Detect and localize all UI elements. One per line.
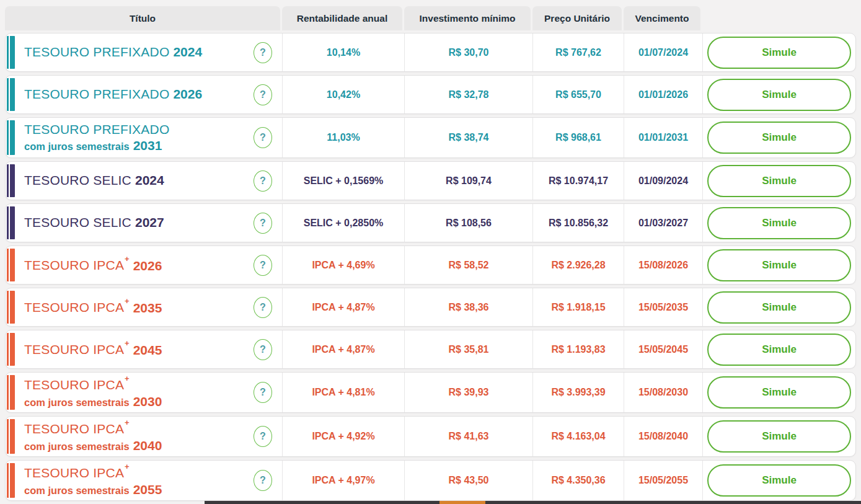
column-header-titulo: Título — [5, 6, 280, 30]
investimento-value: R$ 30,70 — [405, 33, 533, 71]
vencimento-value: 01/03/2027 — [624, 204, 703, 242]
column-header-investimento: Investimento mínimo — [404, 6, 531, 30]
rentabilidade-value: 10,14% — [283, 33, 405, 71]
bond-year: 2055 — [133, 482, 162, 497]
bond-title: TESOURO IPCA+ com juros semestrais2055 — [24, 463, 162, 497]
table-row-ipca-juros-2055: TESOURO IPCA+ com juros semestrais2055 ?… — [5, 460, 856, 501]
rentabilidade-value: SELIC + 0,1569% — [283, 162, 405, 200]
table-row-prefixado-2024: TESOURO PREFIXADO2024 ? 10,14% R$ 30,70 … — [5, 33, 856, 72]
preco-value: R$ 1.193,83 — [533, 330, 624, 368]
bond-subtitle: com juros semestrais — [24, 441, 130, 452]
simule-button[interactable]: Simule — [707, 376, 851, 409]
simule-button[interactable]: Simule — [707, 122, 851, 154]
simule-button[interactable]: Simule — [707, 207, 851, 239]
investimento-value: R$ 32,78 — [405, 76, 533, 113]
simule-button[interactable]: Simule — [707, 420, 851, 453]
bond-name: TESOURO PREFIXADO — [24, 87, 169, 101]
help-icon[interactable]: ? — [254, 213, 272, 234]
bottom-partial-bar-accent — [439, 501, 485, 504]
help-icon[interactable]: ? — [254, 170, 272, 192]
bond-title-cell: TESOURO IPCA+ com juros semestrais2040 ? — [6, 417, 283, 456]
bond-title: TESOURO SELIC2024 — [24, 172, 164, 189]
preco-value: R$ 767,62 — [533, 33, 624, 71]
action-cell: Simule — [703, 417, 855, 456]
help-icon[interactable]: ? — [254, 127, 272, 148]
preco-value: R$ 3.993,39 — [533, 373, 624, 412]
bond-title: TESOURO IPCA+2035 — [24, 298, 162, 316]
bond-title-cell: TESOURO SELIC2027 ? — [6, 204, 283, 242]
plus-superscript: + — [125, 296, 130, 306]
bond-list-page: Título Rentabilidade anual Investimento … — [0, 0, 861, 504]
bond-name: TESOURO SELIC — [24, 215, 131, 229]
bond-title-cell: TESOURO IPCA+ com juros semestrais2055 ? — [6, 461, 283, 500]
bond-color-bar — [7, 419, 15, 454]
help-icon[interactable]: ? — [254, 42, 272, 63]
bond-name: TESOURO IPCA — [24, 343, 124, 357]
action-cell: Simule — [703, 330, 855, 368]
column-header-rentabilidade: Rentabilidade anual — [282, 6, 402, 30]
table-body: TESOURO PREFIXADO2024 ? 10,14% R$ 30,70 … — [5, 33, 856, 504]
vencimento-value: 01/01/2031 — [624, 118, 703, 157]
bond-year: 2027 — [135, 215, 164, 229]
column-header-vencimento: Vencimento — [624, 6, 700, 30]
bond-color-bar — [7, 249, 15, 281]
simule-button[interactable]: Simule — [707, 79, 851, 111]
bond-title-cell: TESOURO SELIC2024 ? — [6, 162, 283, 200]
investimento-value: R$ 39,93 — [405, 373, 533, 412]
simule-button[interactable]: Simule — [707, 334, 851, 366]
rentabilidade-value: 11,03% — [283, 118, 405, 157]
table-row-ipca-2035: TESOURO IPCA+2035 ? IPCA + 4,87% R$ 38,3… — [5, 288, 856, 327]
bond-year: 2045 — [133, 343, 162, 357]
vencimento-value: 15/05/2035 — [624, 288, 703, 326]
simule-button[interactable]: Simule — [707, 165, 851, 197]
vencimento-value: 15/08/2026 — [624, 246, 703, 284]
bond-name: TESOURO IPCA — [24, 466, 124, 480]
bond-title: TESOURO PREFIXADO com juros semestrais20… — [24, 122, 169, 154]
help-icon[interactable]: ? — [254, 255, 272, 276]
action-cell: Simule — [703, 76, 855, 113]
preco-value: R$ 10.856,32 — [533, 204, 624, 242]
preco-value: R$ 968,61 — [533, 118, 624, 157]
bond-title: TESOURO IPCA+ com juros semestrais2030 — [24, 375, 162, 409]
rentabilidade-value: IPCA + 4,97% — [283, 461, 405, 500]
help-icon[interactable]: ? — [254, 426, 272, 447]
table-row-ipca-juros-2030: TESOURO IPCA+ com juros semestrais2030 ?… — [5, 372, 856, 413]
simule-button[interactable]: Simule — [707, 37, 851, 69]
bond-year: 2035 — [133, 301, 162, 315]
plus-superscript: + — [125, 254, 130, 263]
vencimento-value: 01/01/2026 — [624, 76, 703, 113]
help-icon[interactable]: ? — [254, 84, 272, 105]
rentabilidade-value: IPCA + 4,81% — [283, 373, 405, 412]
investimento-value: R$ 41,63 — [405, 417, 533, 456]
bond-year: 2024 — [173, 45, 202, 59]
action-cell: Simule — [703, 204, 855, 242]
simule-button[interactable]: Simule — [707, 464, 851, 497]
plus-superscript: + — [125, 462, 130, 471]
bond-color-bar — [7, 78, 15, 111]
bond-title: TESOURO IPCA+2026 — [24, 255, 162, 274]
bond-name: TESOURO PREFIXADO — [24, 45, 169, 59]
help-icon[interactable]: ? — [254, 339, 272, 360]
simule-button[interactable]: Simule — [707, 291, 851, 324]
bond-subtitle: com juros semestrais — [24, 485, 130, 496]
plus-superscript: + — [125, 338, 130, 348]
bond-title: TESOURO PREFIXADO2026 — [24, 86, 202, 103]
action-cell: Simule — [703, 162, 855, 200]
help-icon[interactable]: ? — [254, 470, 272, 491]
action-cell: Simule — [703, 373, 855, 412]
action-cell: Simule — [703, 461, 855, 500]
help-icon[interactable]: ? — [254, 382, 272, 403]
bond-title: TESOURO SELIC2027 — [24, 214, 164, 231]
rentabilidade-value: IPCA + 4,87% — [283, 288, 405, 326]
help-icon[interactable]: ? — [254, 297, 272, 318]
preco-value: R$ 4.163,04 — [533, 417, 624, 456]
simule-button[interactable]: Simule — [707, 249, 851, 281]
investimento-value: R$ 35,81 — [405, 330, 533, 368]
bond-year: 2024 — [135, 173, 164, 187]
bond-color-bar — [7, 375, 15, 410]
vencimento-value: 15/05/2055 — [624, 461, 703, 500]
investimento-value: R$ 38,36 — [405, 288, 533, 326]
bond-title-cell: TESOURO PREFIXADO com juros semestrais20… — [6, 118, 283, 157]
bond-year: 2040 — [133, 438, 162, 453]
rentabilidade-value: SELIC + 0,2850% — [283, 204, 405, 242]
